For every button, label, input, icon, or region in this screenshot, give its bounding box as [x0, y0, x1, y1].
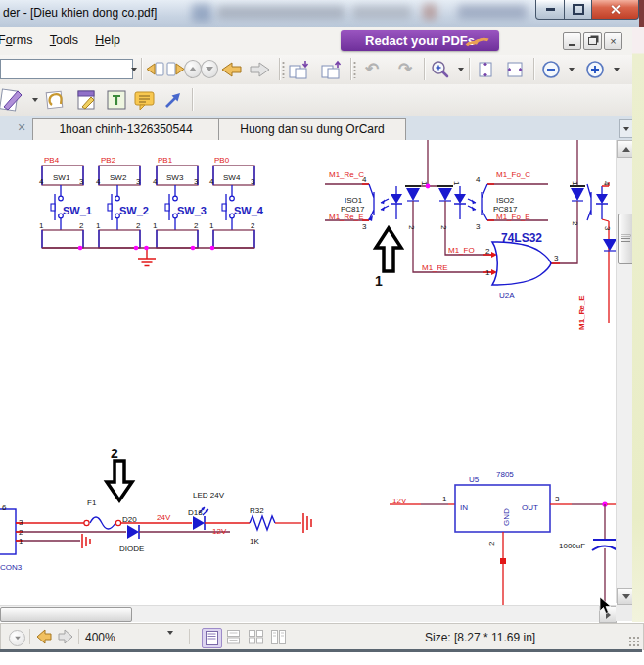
schematic-label: 3: [476, 222, 481, 231]
go-back-button[interactable]: [217, 57, 245, 81]
tab-huong-dan[interactable]: Huong dan su dung OrCard: [218, 118, 406, 140]
menu-help[interactable]: Help: [88, 27, 127, 52]
schematic-label: 2: [136, 221, 141, 230]
doc-minimize-button[interactable]: [563, 32, 581, 50]
schematic-label: 1: [153, 221, 158, 230]
schematic-label: 24V: [157, 513, 171, 522]
schematic-label: SW_1: [63, 205, 92, 216]
back-arrow-icon: [34, 628, 54, 645]
continuous-facing-mode-button[interactable]: [269, 628, 288, 646]
schematic-label: OUT: [522, 503, 538, 512]
comment-tool-button[interactable]: [131, 87, 159, 113]
dropdown-icon: [32, 98, 38, 102]
extract-pages-button[interactable]: [318, 57, 345, 81]
continuous-facing-icon: [271, 630, 286, 644]
dropdown-icon: [614, 68, 620, 71]
tab-dieu-khien[interactable]: 1hoan chinh-1326350544: [32, 118, 219, 140]
schematic-label: SW2: [110, 173, 127, 182]
dropdown-icon: [458, 68, 464, 71]
schematic-label: LED 24V: [193, 491, 225, 499]
doc-close-button[interactable]: ×: [604, 32, 622, 50]
schematic-label: 1: [571, 181, 579, 186]
page-number-input[interactable]: [0, 59, 133, 79]
schematic-label: IN: [460, 503, 468, 512]
note-tool-button[interactable]: [72, 87, 100, 113]
schematic-label: M1_Re_C: [329, 170, 364, 179]
zoom-in-dropdown[interactable]: [611, 57, 622, 81]
vertical-scrollbar[interactable]: [616, 140, 633, 603]
schematic-label: 2: [485, 247, 490, 256]
undo-button[interactable]: ↶: [358, 57, 386, 81]
status-back-button[interactable]: [34, 628, 54, 648]
edit-tool-dropdown[interactable]: [29, 87, 41, 113]
schematic-label: 4: [96, 177, 101, 186]
doc-restore-button[interactable]: [583, 32, 602, 50]
redact-pdfs-banner[interactable]: Redact your PDFs: [341, 30, 499, 51]
status-forward-button[interactable]: [56, 628, 75, 648]
schematic-label: 7805: [496, 470, 514, 479]
schematic-label: 2: [19, 528, 23, 537]
fit-width-button[interactable]: [502, 57, 528, 81]
schematic-label: 3: [194, 177, 199, 186]
schematic-label: SW1: [53, 173, 70, 182]
zoom-out-button[interactable]: [538, 57, 564, 81]
schematic-label: DIODE: [119, 545, 144, 553]
schematic-label: 2: [571, 221, 579, 226]
scrollbar-corner: [616, 605, 632, 621]
menu-forms[interactable]: Forms: [0, 27, 39, 52]
edit-annotation-tool-button[interactable]: [0, 87, 27, 113]
zoom-level-dropdown[interactable]: [167, 635, 173, 648]
horizontal-scroll-thumb[interactable]: [0, 607, 132, 622]
schematic-label: U5: [469, 475, 480, 484]
page-combo-dropdown[interactable]: [127, 57, 140, 81]
typewriter-tool-button[interactable]: [104, 87, 129, 113]
zoom-in-button[interactable]: [582, 57, 608, 81]
dropdown-icon: [167, 631, 173, 648]
zoom-level-value[interactable]: 400%: [85, 631, 115, 644]
arrow-tool-button[interactable]: [161, 87, 186, 113]
insert-pages-button[interactable]: [286, 57, 313, 81]
pdf-page-canvas[interactable]: PB4PB2PB1PB0SW1SW2SW3SW443434343SW_1SW_2…: [0, 140, 616, 605]
schematic-label: M1_FO: [448, 246, 475, 255]
redo-button[interactable]: ↷: [391, 57, 419, 81]
first-page-button[interactable]: [144, 57, 165, 81]
dropdown-icon: [623, 127, 629, 131]
status-menu-button[interactable]: [9, 630, 25, 646]
zoom-out-dropdown[interactable]: [566, 57, 577, 81]
horizontal-scrollbar[interactable]: [0, 605, 616, 622]
schematic-label: 3: [79, 177, 84, 186]
tab-overflow-button[interactable]: [619, 119, 633, 138]
schematic-label: 1: [209, 221, 214, 230]
zoom-tool-button[interactable]: [429, 57, 454, 81]
schematic-label: 4: [153, 177, 158, 186]
schematic-label: CON3: [0, 563, 23, 572]
schematic-label: 3: [554, 254, 559, 262]
minimize-button[interactable]: [535, 0, 565, 20]
tab-close-button[interactable]: ✕: [14, 120, 29, 135]
menu-tools[interactable]: Tools: [43, 27, 85, 52]
status-bar: 400% Size: [8.27 * 11.69 in]: [0, 623, 644, 650]
down-arrow-icon: [15, 637, 21, 641]
schematic-label: U2A: [499, 291, 515, 300]
forward-arrow-icon: [248, 60, 273, 79]
schematic-label: PB2: [101, 156, 116, 165]
schematic-label: 2: [251, 221, 255, 230]
first-page-icon: [144, 60, 165, 79]
zoom-tool-dropdown[interactable]: [455, 57, 467, 81]
close-icon: [610, 4, 621, 15]
go-forward-button[interactable]: [247, 57, 274, 81]
schematic-label: 4: [602, 181, 611, 186]
schematic-label: 3: [136, 177, 141, 186]
single-page-mode-button[interactable]: [202, 628, 222, 648]
attach-file-button[interactable]: [41, 87, 69, 113]
paperclip-icon: [42, 88, 68, 112]
next-page-button[interactable]: [201, 57, 218, 81]
fit-height-button[interactable]: [473, 57, 498, 81]
resize-grip[interactable]: [628, 636, 640, 647]
continuous-page-mode-button[interactable]: [224, 628, 243, 646]
close-button[interactable]: [591, 0, 639, 20]
facing-page-mode-button[interactable]: [247, 628, 265, 646]
previous-page-button[interactable]: [184, 57, 202, 81]
schematic-label: PB0: [214, 156, 230, 165]
maximize-button[interactable]: [564, 0, 592, 20]
